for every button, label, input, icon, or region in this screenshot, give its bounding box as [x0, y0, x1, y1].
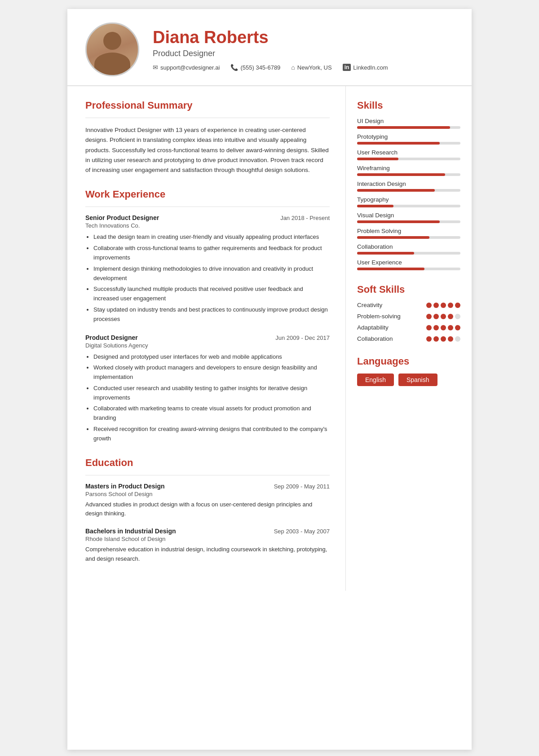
skill-bar-fill — [357, 189, 435, 192]
skill-bar — [357, 236, 460, 239]
phone-icon: 📞 — [230, 64, 238, 71]
bullet: Stay updated on industry trends and best… — [93, 305, 330, 324]
skills-title: Skills — [357, 100, 460, 111]
skill-item: Problem Solving — [357, 228, 460, 239]
dot — [433, 325, 439, 330]
edu-1-degree: Bachelors in Industrial Design — [85, 527, 176, 535]
skill-bar — [357, 205, 460, 207]
skill-name: Visual Design — [357, 212, 460, 219]
skill-name: Collaboration — [357, 243, 460, 250]
skill-bar-fill — [357, 205, 393, 207]
edu-0-school: Parsons School of Design — [85, 491, 330, 497]
skill-bar-fill — [357, 158, 398, 160]
skill-dots — [426, 336, 460, 342]
job-1-date: Jun 2009 - Dec 2017 — [275, 334, 330, 341]
soft-skill-item: Problem-solving — [357, 313, 460, 320]
skill-name: Problem Solving — [357, 228, 460, 234]
languages-title: Languages — [357, 356, 460, 367]
skill-name: Typography — [357, 196, 460, 203]
email-contact: ✉ support@cvdesigner.ai — [153, 64, 220, 71]
soft-skill-item: Collaboration — [357, 335, 460, 342]
edu-0-desc: Advanced studies in product design with … — [85, 500, 330, 519]
job-0-date: Jan 2018 - Present — [280, 215, 330, 221]
skill-item: Typography — [357, 196, 460, 207]
location-contact: ⌂ NewYork, US — [291, 64, 331, 71]
dot — [433, 303, 439, 308]
summary-title: Professional Summary — [85, 100, 330, 111]
dot — [441, 325, 446, 330]
skill-item: Collaboration — [357, 243, 460, 255]
skill-name: UI Design — [357, 118, 460, 124]
skill-name: Prototyping — [357, 133, 460, 140]
bullet: Collaborated with marketing teams to cre… — [93, 404, 330, 423]
skill-bar-fill — [357, 252, 414, 255]
skill-item: Wireframing — [357, 165, 460, 176]
location-text: NewYork, US — [297, 64, 332, 71]
skill-name: Wireframing — [357, 165, 460, 171]
summary-text: Innovative Product Designer with 13 year… — [85, 125, 330, 175]
skills-section: Skills UI DesignPrototypingUser Research… — [357, 100, 460, 270]
edu-1-desc: Comprehensive education in industrial de… — [85, 545, 330, 564]
dot — [455, 314, 460, 319]
bullet: Worked closely with product managers and… — [93, 363, 330, 382]
candidate-title: Product Designer — [153, 49, 454, 58]
dot — [448, 336, 453, 342]
soft-skill-item: Adaptability — [357, 324, 460, 331]
linkedin-text: LinkedIn.com — [353, 64, 388, 71]
job-1: Product Designer Jun 2009 - Dec 2017 Dig… — [85, 334, 330, 444]
dot — [441, 336, 446, 342]
skill-bar-fill — [357, 142, 440, 145]
education-title: Education — [85, 457, 330, 469]
candidate-name: Diana Roberts — [153, 28, 454, 47]
job-1-bullets: Designed and prototyped user interfaces … — [85, 352, 330, 444]
skill-bar-fill — [357, 126, 450, 129]
edu-1-school: Rhode Island School of Design — [85, 536, 330, 542]
bullet: Implement design thinking methodologies … — [93, 264, 330, 283]
avatar — [85, 22, 139, 76]
resume: Diana Roberts Product Designer ✉ support… — [67, 9, 472, 750]
body: Professional Summary Innovative Product … — [67, 86, 472, 591]
soft-skill-item: Creativity — [357, 302, 460, 308]
bullet: Successfully launched multiple products … — [93, 285, 330, 303]
soft-skill-name: Adaptability — [357, 324, 389, 331]
linkedin-contact: in LinkedIn.com — [343, 64, 388, 71]
job-0-company: Tech Innovations Co. — [85, 222, 330, 229]
dot — [426, 325, 432, 330]
skill-bar — [357, 126, 460, 129]
dot — [426, 336, 432, 342]
dot — [426, 303, 432, 308]
dot — [433, 314, 439, 319]
soft-skill-name: Collaboration — [357, 335, 393, 342]
location-icon: ⌂ — [291, 64, 295, 71]
dot — [433, 336, 439, 342]
email-text: support@cvdesigner.ai — [160, 64, 220, 71]
linkedin-icon: in — [343, 64, 351, 71]
skill-bar-fill — [357, 173, 445, 176]
dot — [448, 325, 453, 330]
dot — [455, 325, 460, 330]
job-0: Senior Product Designer Jan 2018 - Prese… — [85, 214, 330, 324]
skill-item: Prototyping — [357, 133, 460, 145]
skill-dots — [426, 325, 460, 330]
dot — [426, 314, 432, 319]
bullet: Received recognition for creating award-… — [93, 425, 330, 444]
skill-name: User Research — [357, 149, 460, 156]
edu-1-date: Sep 2003 - May 2007 — [274, 528, 330, 535]
work-experience-section: Work Experience Senior Product Designer … — [85, 189, 330, 443]
phone-text: (555) 345-6789 — [240, 64, 280, 71]
skill-name: Interaction Design — [357, 180, 460, 187]
skill-bar — [357, 220, 460, 223]
bullet: Conducted user research and usability te… — [93, 384, 330, 403]
skill-item: Visual Design — [357, 212, 460, 223]
skill-bar-fill — [357, 236, 429, 239]
job-0-bullets: Lead the design team in creating user-fr… — [85, 233, 330, 324]
soft-skills-section: Soft Skills CreativityProblem-solvingAda… — [357, 284, 460, 342]
skill-dots — [426, 314, 460, 319]
header-section: Diana Roberts Product Designer ✉ support… — [67, 9, 472, 86]
skill-bar — [357, 252, 460, 255]
skill-bar-fill — [357, 220, 440, 223]
language-tag: English — [357, 374, 394, 386]
email-icon: ✉ — [153, 64, 158, 71]
skill-item: User Research — [357, 149, 460, 160]
job-0-title: Senior Product Designer — [85, 214, 159, 221]
